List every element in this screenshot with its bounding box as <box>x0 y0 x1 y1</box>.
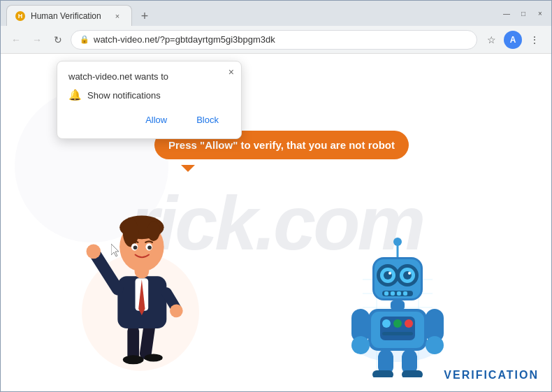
browser-window: H Human Verification × + — □ × ← → ↻ 🔒 w… <box>0 0 552 392</box>
popup-close-button[interactable]: × <box>228 67 234 77</box>
star-button[interactable]: ☆ <box>481 30 501 50</box>
popup-buttons: Allow Block <box>68 111 230 129</box>
active-tab[interactable]: H Human Verification × <box>6 5 132 26</box>
new-tab-button[interactable]: + <box>135 6 154 26</box>
speech-bubble-text: Press "Allow" to verify, that you are no… <box>168 139 395 151</box>
svg-point-58 <box>351 336 370 354</box>
svg-point-53 <box>393 319 402 328</box>
close-button[interactable]: × <box>535 8 546 19</box>
notification-popup: × watch-video.net wants to 🔔 Show notifi… <box>57 61 242 139</box>
svg-point-52 <box>382 319 391 328</box>
svg-rect-45 <box>391 291 395 296</box>
svg-rect-44 <box>384 291 388 296</box>
svg-point-10 <box>170 304 183 317</box>
svg-rect-47 <box>403 291 407 296</box>
svg-rect-63 <box>402 370 423 377</box>
maximize-button[interactable]: □ <box>518 8 529 19</box>
address-bar: ← → ↻ 🔒 watch-video.net/?p=gbtdayrtgm5gi… <box>1 26 551 54</box>
svg-point-19 <box>133 245 138 249</box>
svg-point-20 <box>147 245 152 249</box>
svg-rect-46 <box>397 291 401 296</box>
lock-icon: 🔒 <box>80 35 89 44</box>
svg-point-11 <box>87 245 101 259</box>
url-box[interactable]: 🔒 watch-video.net/?p=gbtdayrtgm5gi3bpgm3… <box>71 30 477 50</box>
popup-notification-text: Show notifications <box>87 90 161 101</box>
back-button[interactable]: ← <box>8 31 24 48</box>
svg-point-32 <box>393 238 402 246</box>
svg-point-4 <box>145 354 163 361</box>
menu-button[interactable]: ⋮ <box>525 30 544 50</box>
svg-rect-62 <box>372 370 393 377</box>
svg-point-16 <box>147 222 160 241</box>
tab-close-button[interactable]: × <box>112 10 123 22</box>
popup-notification-row: 🔔 Show notifications <box>68 89 230 101</box>
minimize-button[interactable]: — <box>501 8 512 19</box>
toolbar-icons: ☆ A ⋮ <box>481 30 544 50</box>
forward-button[interactable]: → <box>29 31 45 48</box>
svg-point-54 <box>405 319 413 328</box>
svg-point-41 <box>388 272 391 275</box>
robot-illustration <box>342 224 453 377</box>
tab-bar: H Human Verification × + <box>6 1 495 26</box>
bell-icon: 🔔 <box>68 89 82 101</box>
page-content: rick.com × watch-video.net wants to 🔔 Sh… <box>1 54 551 391</box>
reload-button[interactable]: ↻ <box>50 31 66 48</box>
svg-point-3 <box>123 355 144 364</box>
svg-point-42 <box>408 272 411 275</box>
account-button[interactable]: A <box>504 31 522 49</box>
block-button[interactable]: Block <box>185 111 230 129</box>
svg-rect-48 <box>391 300 405 310</box>
verification-text: VERIFICATION <box>444 369 539 382</box>
allow-button[interactable]: Allow <box>134 111 178 129</box>
tab-favicon: H <box>15 11 25 21</box>
tab-title: Human Verification <box>31 11 106 21</box>
person-illustration <box>71 182 210 377</box>
svg-point-59 <box>426 336 444 354</box>
title-bar: H Human Verification × + — □ × <box>1 1 551 26</box>
window-controls: — □ × <box>501 8 546 19</box>
svg-rect-55 <box>382 332 413 335</box>
popup-title: watch-video.net wants to <box>68 71 230 82</box>
url-text: watch-video.net/?p=gbtdayrtgm5gi3bpgm3dk <box>94 34 468 45</box>
